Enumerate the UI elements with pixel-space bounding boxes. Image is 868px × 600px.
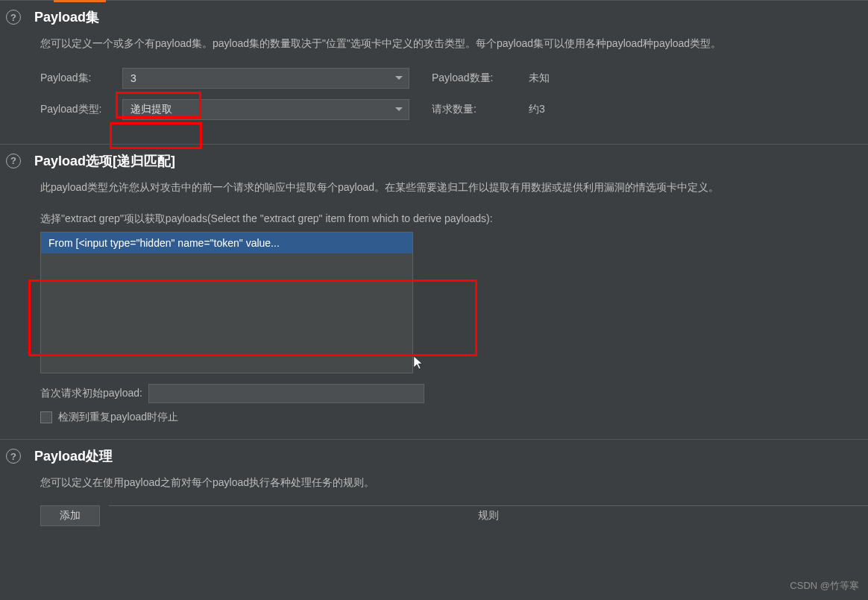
stop-on-duplicate-checkbox[interactable] — [40, 411, 52, 423]
payload-set-value: 3 — [130, 72, 136, 84]
payload-set-section: ? Payload集 您可以定义一个或多个有payload集。payload集的… — [0, 0, 868, 144]
payload-type-label: Payload类型: — [40, 103, 122, 116]
payload-count-label: Payload数量: — [432, 72, 529, 85]
payload-processing-section: ? Payload处理 您可以定义在使用payload之前对每个payload执… — [0, 439, 868, 541]
payload-options-section: ? Payload选项[递归匹配] 此payload类型允许您从对攻击中的前一个… — [0, 144, 868, 440]
payload-processing-desc: 您可以定义在使用payload之前对每个payload执行各种处理任务的规则。 — [40, 474, 868, 492]
payload-set-select[interactable]: 3 — [122, 68, 409, 89]
request-count-label: 请求数量: — [432, 103, 529, 116]
payload-type-select[interactable]: 递归提取 — [122, 99, 409, 120]
payload-count-value: 未知 — [529, 72, 550, 85]
payload-options-desc: 此payload类型允许您从对攻击中的前一个请求的响应中提取每个payload。… — [40, 179, 868, 197]
chevron-down-icon — [395, 76, 403, 80]
chevron-down-icon — [395, 107, 403, 111]
section-title-payload-set: Payload集 — [34, 8, 99, 26]
payload-type-value: 递归提取 — [130, 103, 172, 116]
help-icon[interactable]: ? — [6, 449, 21, 464]
initial-payload-label: 首次请求初始payload: — [40, 387, 142, 400]
help-icon[interactable]: ? — [6, 154, 21, 168]
active-tab-indicator — [54, 0, 106, 2]
section-title-payload-processing: Payload处理 — [34, 447, 113, 465]
rule-header: 规则 — [109, 505, 868, 526]
add-button[interactable]: 添加 — [40, 505, 100, 526]
extract-grep-listbox[interactable]: From [<input type="hidden" name="token" … — [40, 232, 413, 373]
payload-set-desc: 您可以定义一个或多个有payload集。payload集的数量取决于"位置"选项… — [40, 35, 868, 53]
list-item[interactable]: From [<input type="hidden" name="token" … — [41, 233, 412, 253]
extract-grep-label: 选择"extract grep"项以获取payloads(Select the … — [40, 210, 868, 228]
stop-on-duplicate-label: 检测到重复payload时停止 — [58, 411, 178, 424]
initial-payload-input[interactable] — [148, 384, 424, 403]
payload-set-label: Payload集: — [40, 72, 122, 85]
help-icon[interactable]: ? — [6, 10, 21, 25]
watermark: CSDN @竹等寒 — [790, 579, 859, 593]
request-count-value: 约3 — [529, 103, 545, 116]
section-title-payload-options: Payload选项[递归匹配] — [34, 152, 175, 170]
